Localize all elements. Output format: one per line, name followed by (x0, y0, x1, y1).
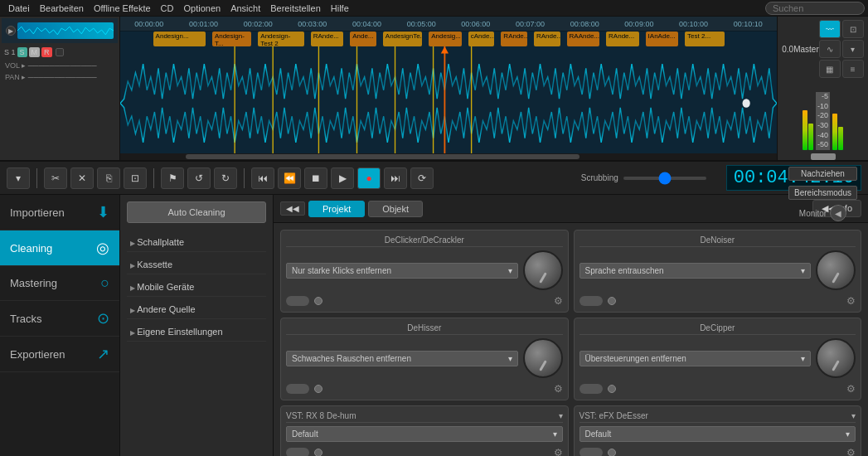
denoiser-knob[interactable] (816, 250, 856, 290)
prev-btn[interactable]: ⏪ (278, 167, 301, 189)
tab-objekt[interactable]: Objekt (368, 201, 423, 217)
vst-deesser-toggle[interactable] (579, 448, 603, 456)
stop-btn[interactable]: ⏹ (304, 167, 327, 189)
menu-bereitstellen[interactable]: Bereitstellen (265, 3, 326, 13)
region-marker-7: Andesig... (429, 32, 462, 46)
skip-start-btn[interactable]: ⏮ (251, 167, 274, 189)
declicker-toggle[interactable] (286, 296, 309, 306)
declicker-knob[interactable] (523, 250, 563, 290)
plugin-denoiser: DeNoiser Sprache entrauschen ▾ ⚙ (574, 230, 862, 313)
right-content: ◀◀ Projekt Objekt ◀◀ Info DeClicker/DeCr… (274, 195, 868, 456)
vst-deesser-value: Default (585, 429, 612, 439)
close-btn[interactable]: ✕ (70, 167, 94, 189)
waveform-main[interactable]: 00:00:00 00:01:00 00:02:00 00:03:00 00:0… (120, 17, 777, 160)
paste-btn[interactable]: ⊡ (124, 167, 147, 189)
vst-dehum-dot[interactable] (314, 449, 322, 456)
denoiser-dot[interactable] (608, 297, 616, 305)
nachziehen-btn[interactable]: Nachziehen (788, 167, 857, 181)
declipper-dot[interactable] (608, 385, 616, 393)
declicker-dot[interactable] (314, 297, 322, 305)
auto-cleaning-btn[interactable]: Auto Cleaning (127, 201, 266, 223)
region-marker-8: cAnde... (468, 32, 495, 46)
sidebar-item-cleaning[interactable]: Cleaning ◎ (0, 230, 119, 266)
menu-ansicht[interactable]: Ansicht (225, 3, 265, 13)
sidebar-item-exportieren[interactable]: Exportieren ↗ (0, 337, 119, 372)
mixer-panel: 0.0 Master 〰 ⊡ ∿ ▾ ▦ ≡ (777, 17, 868, 160)
declipper-gear[interactable]: ⚙ (846, 383, 856, 395)
dropdown-btn[interactable]: ▾ (7, 167, 30, 189)
flag-btn[interactable]: ⚑ (161, 167, 184, 189)
solo-btn[interactable]: S (17, 47, 27, 57)
sidebar-item-tracks[interactable]: Tracks ⊙ (0, 301, 119, 337)
eq-icon[interactable]: ⊡ (842, 20, 864, 38)
dehisser-dropdown[interactable]: Schwaches Rauschen entfernen ▾ (286, 351, 518, 366)
vst-dehum-gear[interactable]: ⚙ (554, 447, 563, 456)
skip-end-btn[interactable]: ⏭ (384, 167, 407, 189)
undo-btn[interactable]: ↺ (187, 167, 211, 189)
exportieren-label: Exportieren (10, 348, 65, 361)
middle-panel: Auto Cleaning Schallplatte Kassette Mobi… (120, 195, 274, 456)
monitor-knob[interactable]: ◀ (830, 205, 846, 221)
sidebar-item-mastering[interactable]: Mastering ○ (0, 266, 119, 301)
denoiser-toggle[interactable] (579, 296, 603, 306)
search-input[interactable] (765, 2, 865, 15)
scissors-btn[interactable]: ✂ (44, 167, 67, 189)
menu-offline-effekte[interactable]: Offline Effekte (89, 3, 156, 13)
left-sidebar: Importieren ⬇ Cleaning ◎ Mastering ○ Tra… (0, 195, 120, 456)
dehisser-dot[interactable] (314, 385, 322, 393)
menu-datei[interactable]: Datei (3, 3, 35, 13)
vst-deesser-dot[interactable] (608, 449, 616, 456)
record-btn[interactable]: R (41, 47, 52, 57)
sidebar-item-importieren[interactable]: Importieren ⬇ (0, 195, 119, 230)
declipper-toggle[interactable] (579, 384, 603, 394)
denoiser-dropdown[interactable]: Sprache entrauschen ▾ (579, 263, 812, 279)
dehisser-toggle[interactable] (286, 384, 309, 394)
redo-btn[interactable]: ↻ (214, 167, 237, 189)
declipper-knob[interactable] (816, 338, 856, 378)
vst-deesser-title: VST: eFX DeEsser▾ (579, 411, 856, 423)
tick-9: 00:09:00 (612, 20, 667, 28)
dehisser-knob[interactable] (523, 338, 563, 378)
preset-schallplatte[interactable]: Schallplatte (127, 233, 266, 252)
vst-dehum-dropdown[interactable]: Default ▾ (286, 426, 563, 442)
preset-mobile[interactable]: Mobile Geräte (127, 278, 266, 297)
preset-eigene[interactable]: Eigene Einstellungen (127, 323, 266, 342)
waveform-svg (120, 46, 777, 160)
vst-deesser-dropdown[interactable]: Default ▾ (579, 426, 856, 442)
declicker-gear[interactable]: ⚙ (554, 295, 563, 307)
play-btn[interactable]: ▶ (331, 167, 354, 189)
denoiser-gear[interactable]: ⚙ (846, 295, 856, 307)
mute-btn[interactable]: M (29, 47, 41, 57)
nav-arrow-btn[interactable]: ◀◀ (280, 201, 305, 216)
main-content: Importieren ⬇ Cleaning ◎ Mastering ○ Tra… (0, 195, 868, 456)
bereichsmodus-btn[interactable]: Bereichsmodus (788, 186, 857, 200)
loop-btn[interactable]: ⟳ (410, 167, 434, 189)
scrubbing-slider[interactable] (623, 177, 706, 180)
denoiser-title: DeNoiser (579, 235, 856, 247)
down-icon[interactable]: ▾ (842, 40, 864, 58)
copy-btn[interactable]: ⎘ (97, 167, 120, 189)
track-extra-btn[interactable] (56, 48, 64, 56)
vst-deesser-gear[interactable]: ⚙ (846, 447, 856, 456)
menu-optionen[interactable]: Optionen (179, 3, 226, 13)
curve-icon[interactable]: ∿ (819, 40, 841, 58)
master-fader[interactable] (811, 153, 836, 160)
tab-projekt[interactable]: Projekt (308, 201, 365, 217)
spectrum-icon[interactable]: ▦ (819, 60, 841, 78)
wave-icon[interactable]: 〰 (819, 20, 841, 38)
declipper-dropdown[interactable]: Übersteuerungen entfernen ▾ (579, 351, 812, 366)
svg-rect-0 (120, 46, 777, 160)
waveform-scrollbar[interactable] (120, 153, 777, 160)
preset-andere[interactable]: Andere Quelle (127, 300, 266, 319)
menu-cd[interactable]: CD (156, 3, 179, 13)
dehisser-gear[interactable]: ⚙ (554, 383, 563, 395)
menu-bearbeiten[interactable]: Bearbeiten (35, 3, 89, 13)
cleaning-label: Cleaning (10, 242, 52, 255)
bars-icon[interactable]: ≡ (842, 60, 864, 78)
menu-hilfe[interactable]: Hilfe (326, 3, 354, 13)
preset-kassette[interactable]: Kassette (127, 255, 266, 274)
vst-dehum-toggle[interactable] (286, 448, 309, 456)
declicker-dropdown[interactable]: Nur starke Klicks entfernen ▾ (286, 263, 518, 279)
tick-6: 00:06:00 (449, 20, 503, 28)
record-btn[interactable]: ● (357, 167, 381, 189)
